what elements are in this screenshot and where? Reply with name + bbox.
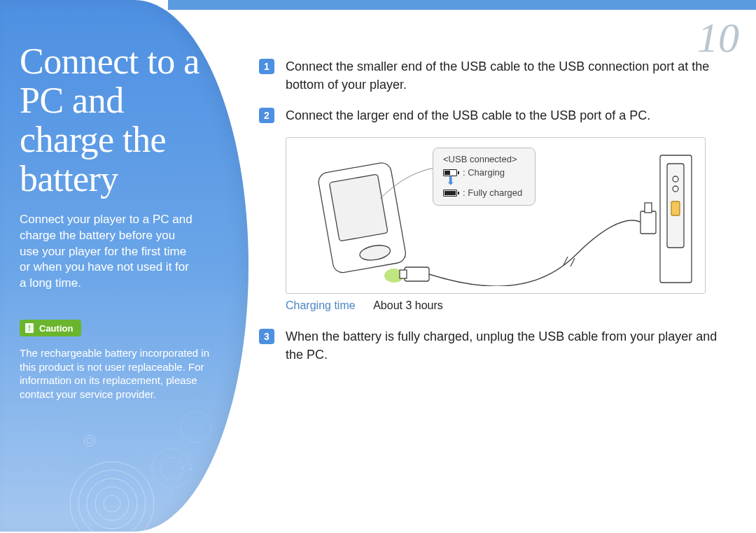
svg-rect-19 bbox=[640, 211, 656, 234]
svg-point-3 bbox=[78, 470, 146, 532]
top-accent-strip bbox=[168, 0, 756, 10]
step-2: 2 Connect the larger end of the USB cabl… bbox=[259, 106, 735, 125]
step-number-icon: 1 bbox=[259, 59, 274, 74]
connection-figure: <USB connected> : Charging ⬇ : Fully cha… bbox=[286, 137, 706, 294]
svg-point-5 bbox=[95, 487, 129, 520]
caution-badge: ! Caution bbox=[20, 320, 81, 336]
step-3: 3 When the battery is fully charged, unp… bbox=[259, 327, 735, 364]
svg-point-25 bbox=[673, 186, 678, 192]
svg-point-8 bbox=[160, 457, 183, 480]
charging-time-value: About 3 hours bbox=[373, 299, 443, 311]
svg-rect-17 bbox=[405, 267, 429, 281]
step-number-icon: 3 bbox=[259, 329, 274, 344]
svg-rect-18 bbox=[400, 270, 407, 278]
caution-text: The rechargeable battery incorporated in… bbox=[20, 346, 220, 401]
svg-point-7 bbox=[152, 449, 191, 488]
callout-title: <USB connected> bbox=[443, 154, 522, 164]
charging-time-row: Charging time About 3 hours bbox=[286, 299, 735, 312]
arrow-down-icon: ⬇ bbox=[446, 178, 522, 185]
usb-status-callout: <USB connected> : Charging ⬇ : Fully cha… bbox=[433, 148, 536, 206]
steps-list: 1 Connect the smaller end of the USB cab… bbox=[259, 57, 735, 125]
svg-rect-14 bbox=[329, 174, 388, 241]
page-title: Connect to a PC and charge the battery bbox=[20, 42, 220, 199]
svg-point-6 bbox=[104, 495, 120, 512]
step-text: Connect the larger end of the USB cable … bbox=[286, 106, 650, 125]
svg-rect-20 bbox=[645, 203, 652, 213]
step-text: When the battery is fully charged, unplu… bbox=[286, 327, 735, 364]
svg-point-9 bbox=[181, 411, 211, 442]
svg-point-24 bbox=[673, 176, 678, 182]
step-1: 1 Connect the smaller end of the USB cab… bbox=[259, 57, 735, 94]
charging-time-label: Charging time bbox=[286, 299, 356, 311]
svg-text:!: ! bbox=[28, 325, 30, 332]
battery-charging-icon bbox=[443, 169, 457, 176]
svg-point-4 bbox=[87, 478, 137, 529]
page-intro: Connect your player to a PC and charge t… bbox=[20, 212, 195, 292]
caution-icon: ! bbox=[24, 322, 35, 334]
main-content: 1 Connect the smaller end of the USB cab… bbox=[259, 42, 735, 376]
step-number-icon: 2 bbox=[259, 108, 274, 123]
decorative-circles bbox=[63, 399, 245, 532]
step-text: Connect the smaller end of the USB cable… bbox=[286, 57, 735, 94]
caution-label: Caution bbox=[39, 323, 73, 334]
sidebar: Connect to a PC and charge the battery C… bbox=[0, 0, 248, 532]
callout-charging-text: : Charging bbox=[463, 167, 505, 178]
svg-rect-23 bbox=[671, 201, 680, 215]
svg-point-11 bbox=[87, 438, 92, 443]
svg-point-10 bbox=[84, 435, 95, 446]
callout-full-text: : Fully charged bbox=[463, 187, 522, 198]
svg-point-2 bbox=[70, 462, 154, 532]
battery-full-icon bbox=[443, 190, 457, 197]
